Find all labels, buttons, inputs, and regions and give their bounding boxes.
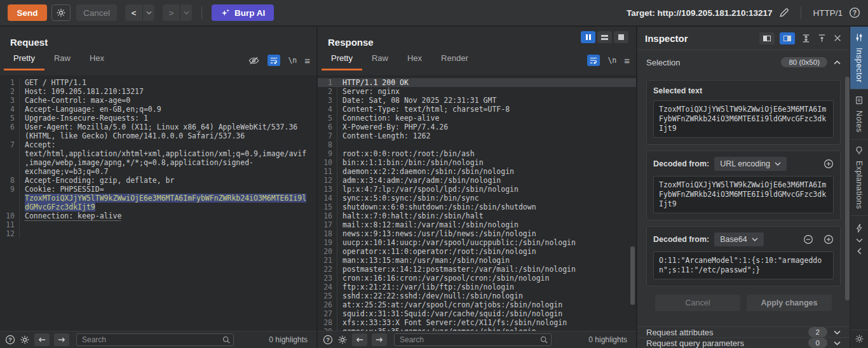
code-line[interactable]: 22postmaster:x:14:12:postmaster:/var/mai… (318, 265, 636, 274)
code-line[interactable]: 23cron:x:16:16:cron:/var/spool/cron:/sbi… (318, 274, 636, 283)
chevron-down-icon[interactable] (856, 238, 863, 243)
apply-changes-button[interactable]: Apply changes (747, 295, 832, 311)
sidebar-tab-inspector[interactable]: Inspector (850, 27, 868, 90)
decoder-cancel-button[interactable]: Cancel (655, 295, 740, 311)
code-line[interactable]: 12 (0, 229, 316, 238)
code-line[interactable]: 5Upgrade-Insecure-Requests: 1 (0, 114, 316, 123)
gear-icon[interactable] (855, 334, 864, 344)
close-icon[interactable] (833, 34, 842, 43)
word-wrap-toggle-icon[interactable] (587, 55, 600, 66)
search-settings-gear-icon[interactable] (337, 335, 348, 345)
send-settings-button[interactable] (51, 4, 71, 21)
search-help-icon[interactable]: ? (323, 335, 333, 345)
code-line[interactable]: 11 (0, 220, 316, 229)
response-tab-raw[interactable]: Raw (362, 48, 398, 70)
code-line[interactable]: 18news:x:9:13:news:/usr/lib/news:/sbin/n… (318, 229, 636, 238)
code-line[interactable]: 28xfs:x:33:33:X Font Server:/etc/X11/fs:… (318, 318, 636, 327)
code-line[interactable]: 7Accept: text/html,application/xhtml+xml… (0, 140, 316, 176)
code-line[interactable]: 6User-Agent: Mozilla/5.0 (X11; Linux x86… (0, 123, 316, 140)
show-newlines-toggle[interactable]: \n (607, 56, 616, 65)
decoded-text-value[interactable]: O:11:"ArcaneModel":1:{s:10:"armageddon";… (653, 251, 834, 279)
help-icon[interactable]: ? (849, 7, 860, 18)
response-tab-render[interactable]: Render (431, 48, 478, 70)
code-line[interactable]: 4Accept-Language: en-GB,en;q=0.9 (0, 105, 316, 114)
inspector-scrollbar-thumb[interactable] (845, 77, 850, 300)
code-line[interactable]: 29games:x:35:35:games:/var/games:/sbin/n… (318, 327, 636, 331)
request-search-input[interactable] (76, 333, 234, 346)
code-line[interactable]: 24ftp:x:21:21::/var/lib/ftp:/sbin/nologi… (318, 283, 636, 291)
cancel-button[interactable]: Cancel (76, 4, 117, 21)
sidebar-tab-notes[interactable]: Notes (850, 90, 868, 140)
history-back-dropdown[interactable] (142, 4, 154, 21)
layout-rows-button[interactable] (597, 31, 612, 43)
decoded-text-value[interactable]: TzoxMToiQXJjYW5lTW9kZWwiOjE6e3M6MTA6ImFy… (653, 176, 834, 213)
code-line[interactable]: 8Accept-Encoding: gzip, deflate, br (0, 176, 316, 185)
request-tab-hex[interactable]: Hex (80, 48, 114, 70)
code-line[interactable]: 1HTTP/1.1 200 OK (318, 78, 636, 87)
code-line[interactable]: 25sshd:x:22:22:sshd:/dev/null:/sbin/nolo… (318, 291, 636, 300)
hide-nonprintable-eye-off-icon[interactable] (247, 55, 260, 66)
layout-columns-button[interactable] (581, 31, 595, 43)
burp-ai-button[interactable]: Burp AI (212, 4, 274, 21)
request-tab-raw[interactable]: Raw (44, 48, 80, 70)
inspector-section-request-query-parameters[interactable]: Request query parameters0 (637, 337, 850, 348)
add-decoder-button[interactable] (824, 159, 834, 169)
code-line[interactable]: 15shutdown:x:6:0:shutdown:/sbin:/sbin/sh… (318, 203, 636, 211)
send-button[interactable]: Send (8, 4, 47, 21)
request-editor[interactable]: 1GET / HTTP/1.12Host: 109.205.181.210:13… (0, 76, 316, 331)
code-line[interactable]: 21man:x:13:15:man:/usr/man:/sbin/nologin (318, 256, 636, 265)
codec-select[interactable]: URL encoding (714, 157, 787, 171)
history-forward-dropdown[interactable] (180, 4, 192, 21)
code-line[interactable]: 1GET / HTTP/1.1 (0, 78, 316, 87)
search-prev-button[interactable] (34, 333, 50, 346)
code-line[interactable]: 14sync:x:5:0:sync:/sbin:/bin/sync (318, 194, 636, 203)
response-scrollbar-thumb[interactable] (630, 246, 635, 305)
code-line[interactable]: 5Connection: keep-alive (318, 114, 636, 123)
editor-menu-icon[interactable]: ≡ (304, 55, 310, 66)
response-tab-hex[interactable]: Hex (398, 48, 431, 70)
sidebar-tab-explanations[interactable]: Explanations (850, 140, 868, 216)
search-settings-gear-icon[interactable] (20, 335, 30, 345)
code-line[interactable]: 2Server: nginx (318, 87, 636, 96)
ai-lightning-icon[interactable] (855, 224, 864, 233)
response-editor[interactable]: 1HTTP/1.1 200 OK2Server: nginx3Date: Sat… (318, 76, 636, 331)
history-forward-button[interactable]: > (163, 4, 180, 21)
code-line[interactable]: 17mail:x:8:12:mail:/var/mail:/sbin/nolog… (318, 220, 636, 229)
response-search-input[interactable] (394, 333, 552, 346)
inspector-dock-left-button[interactable] (759, 32, 775, 44)
selection-section-header[interactable]: Selection 80 (0x50) (637, 50, 850, 74)
code-line[interactable]: 3Cache-Control: max-age=0 (0, 96, 316, 105)
code-line[interactable]: 20operator:x:11:0:operator:/root:/sbin/n… (318, 247, 636, 256)
code-line[interactable]: 7Content-Length: 1262 (318, 131, 636, 140)
show-newlines-toggle[interactable]: \n (288, 56, 297, 65)
search-next-button[interactable] (54, 333, 69, 346)
search-next-button[interactable] (372, 333, 387, 346)
inspector-dock-right-button[interactable] (780, 32, 795, 44)
remove-decoder-button[interactable] (803, 234, 813, 244)
code-line[interactable]: 26at:x:25:25:at:/var/spool/cron/atjobs:/… (318, 300, 636, 309)
inspector-section-request-attributes[interactable]: Request attributes2 (637, 326, 850, 337)
collapse-all-icon[interactable] (817, 34, 827, 43)
chevron-left-icon[interactable] (857, 248, 862, 255)
response-tab-pretty[interactable]: Pretty (322, 48, 362, 70)
layout-single-button[interactable] (614, 31, 628, 43)
selected-text-value[interactable]: TzoxMToiQXJjYW5lTW9kZWwiOjE6e3M6MTA6ImFy… (653, 100, 834, 138)
http-version-label[interactable]: HTTP/1 (813, 8, 843, 18)
code-line[interactable]: 10Connection: keep-alive (0, 211, 316, 220)
code-line[interactable]: 9Cookie: PHPSESSID=TzoxMToiQXJjYW5lTW9kZ… (0, 185, 316, 211)
code-line[interactable]: 8 (318, 140, 636, 149)
code-line[interactable]: 2Host: 109.205.181.210:13217 (0, 87, 316, 96)
word-wrap-toggle-icon[interactable] (268, 55, 280, 66)
code-line[interactable]: 6X-Powered-By: PHP/7.4.26 (318, 123, 636, 131)
code-line[interactable]: 16halt:x:7:0:halt:/sbin:/sbin/halt (318, 211, 636, 220)
request-tab-pretty[interactable]: Pretty (4, 48, 44, 70)
code-line[interactable]: 13lp:x:4:7:lp:/var/spool/lpd:/sbin/nolog… (318, 185, 636, 194)
codec-select[interactable]: Base64 (714, 232, 763, 246)
code-line[interactable]: 10bin:x:1:1:bin:/bin:/sbin/nologin (318, 158, 636, 167)
history-back-button[interactable]: < (125, 4, 142, 21)
code-line[interactable]: 12adm:x:3:4:adm:/var/adm:/sbin/nologin (318, 176, 636, 185)
code-line[interactable]: 11daemon:x:2:2:daemon:/sbin:/sbin/nologi… (318, 167, 636, 176)
add-decoder-button[interactable] (824, 234, 834, 244)
code-line[interactable]: 9root:x:0:0:root:/root:/bin/ash (318, 149, 636, 158)
expand-all-icon[interactable] (801, 34, 811, 43)
